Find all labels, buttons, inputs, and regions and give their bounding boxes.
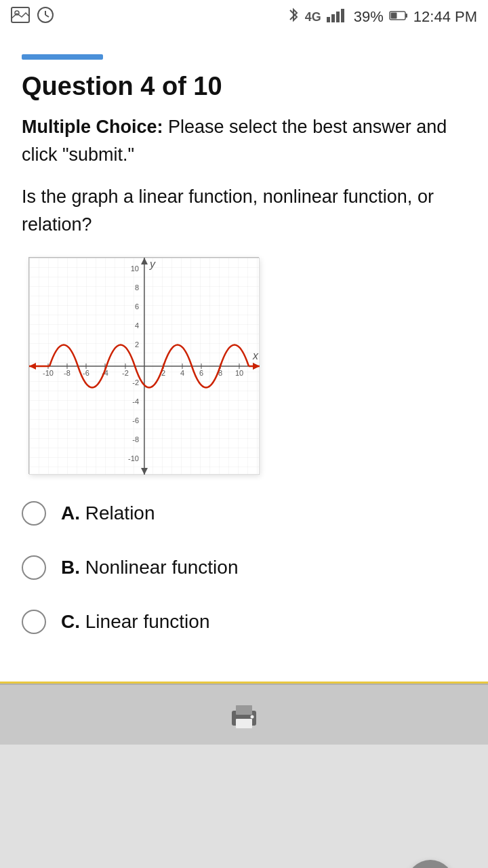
svg-rect-8 — [341, 9, 344, 22]
lte-icon: 4G — [305, 10, 321, 24]
gallery-icon — [11, 7, 30, 27]
graph-box: x y -10 -8 -6 -4 -2 2 4 6 8 10 10 8 6 — [28, 257, 259, 474]
svg-text:6: 6 — [199, 369, 203, 377]
svg-text:-10: -10 — [128, 454, 139, 462]
option-a-label: A. Relation — [61, 502, 155, 524]
svg-text:6: 6 — [135, 302, 139, 311]
svg-point-59 — [251, 715, 254, 719]
svg-text:-4: -4 — [132, 397, 139, 406]
option-b-label: B. Nonlinear function — [61, 557, 238, 578]
question-type-label: Multiple Choice: — [22, 117, 163, 137]
bluetooth-icon — [287, 6, 300, 28]
signal-icon — [327, 7, 348, 26]
svg-text:-8: -8 — [132, 435, 139, 443]
svg-text:-8: -8 — [64, 369, 70, 377]
option-b[interactable]: B. Nonlinear function — [22, 553, 466, 583]
battery-percent: 39% — [354, 8, 384, 26]
svg-text:10: 10 — [131, 264, 139, 273]
svg-text:y: y — [149, 258, 156, 270]
svg-text:-6: -6 — [83, 369, 89, 377]
status-bar: 4G 39% 12:44 PM — [0, 0, 488, 34]
status-bar-right: 4G 39% 12:44 PM — [287, 6, 477, 28]
print-button[interactable] — [226, 697, 262, 732]
svg-text:4: 4 — [135, 321, 139, 330]
radio-b[interactable] — [22, 555, 46, 580]
svg-rect-57 — [236, 705, 252, 715]
gray-area — [0, 745, 488, 868]
battery-icon — [389, 8, 408, 26]
svg-text:10: 10 — [235, 369, 243, 377]
svg-text:8: 8 — [135, 283, 139, 292]
status-bar-left — [11, 6, 54, 28]
option-a-letter: A. — [61, 502, 80, 524]
option-c-label: C. Linear function — [61, 611, 209, 633]
svg-text:-10: -10 — [43, 369, 54, 377]
clock-icon — [37, 6, 54, 28]
svg-text:x: x — [252, 350, 259, 361]
svg-line-4 — [45, 15, 49, 17]
svg-text:2: 2 — [135, 340, 139, 349]
time-display: 12:44 PM — [413, 8, 477, 26]
accent-bar — [22, 54, 103, 60]
bottom-toolbar — [0, 684, 488, 745]
radio-c[interactable] — [22, 610, 46, 634]
svg-rect-7 — [336, 12, 340, 22]
svg-rect-0 — [12, 7, 29, 22]
question-text: Is the graph a linear function, nonlinea… — [22, 183, 466, 238]
svg-text:4: 4 — [180, 369, 184, 377]
svg-rect-5 — [327, 17, 330, 22]
graph-container: x y -10 -8 -6 -4 -2 2 4 6 8 10 10 8 6 — [22, 257, 466, 474]
svg-rect-6 — [331, 14, 335, 22]
question-type: Multiple Choice: Please select the best … — [22, 113, 466, 168]
svg-text:-2: -2 — [132, 378, 139, 387]
option-b-letter: B. — [61, 557, 80, 578]
fab-button[interactable] — [407, 860, 454, 868]
svg-text:-6: -6 — [132, 416, 139, 425]
option-c[interactable]: C. Linear function — [22, 607, 466, 637]
option-c-letter: C. — [61, 611, 80, 632]
radio-a[interactable] — [22, 501, 46, 526]
question-number: Question 4 of 10 — [22, 72, 466, 101]
svg-text:-2: -2 — [122, 369, 129, 377]
svg-rect-11 — [405, 14, 407, 18]
svg-rect-58 — [236, 719, 252, 728]
main-card: Question 4 of 10 Multiple Choice: Please… — [0, 34, 488, 684]
svg-rect-10 — [390, 13, 396, 19]
option-a[interactable]: A. Relation — [22, 498, 466, 528]
